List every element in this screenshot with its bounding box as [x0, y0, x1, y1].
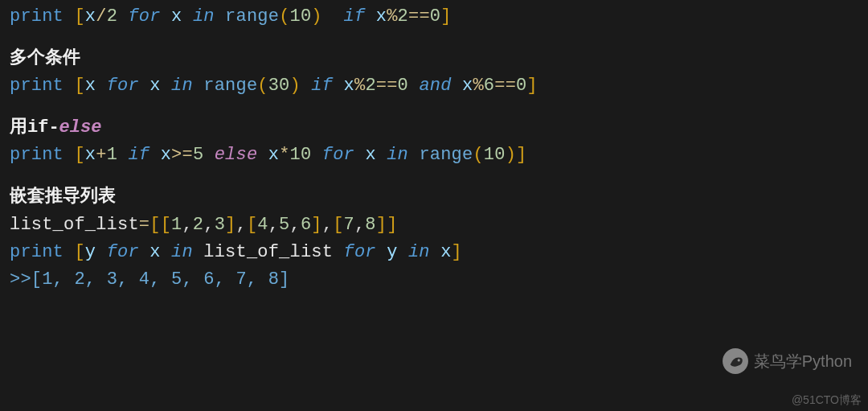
code-line-2: print [x for x in range(30) if x%2==0 an… — [10, 72, 858, 100]
code-block: print [x/2 for x in range(10) if x%2==0]… — [0, 0, 868, 294]
space — [376, 242, 387, 262]
num-6: 6 — [484, 76, 494, 96]
space — [215, 6, 225, 27]
op-div: / — [96, 6, 106, 27]
space — [117, 6, 128, 27]
heading-nested-listcomp: 嵌套推导列表 — [10, 183, 858, 211]
comma: , — [235, 215, 246, 235]
blank-line — [10, 31, 858, 42]
keyword-in: in — [171, 76, 193, 96]
var-x: x — [85, 145, 96, 165]
svg-point-1 — [737, 359, 739, 361]
var-x: x — [85, 6, 96, 27]
op-eq: == — [494, 76, 516, 96]
num-7: 7 — [344, 215, 354, 235]
identifier-list-of-list: list_of_list — [203, 242, 333, 262]
bracket-open: [ — [247, 215, 257, 235]
bracket-close: ] — [526, 76, 537, 96]
heading-if-else: 用if-else — [10, 114, 858, 142]
space — [354, 145, 365, 165]
space — [161, 242, 171, 262]
num-10: 10 — [484, 145, 506, 165]
num-10: 10 — [290, 6, 312, 27]
space — [365, 6, 375, 27]
space — [96, 76, 106, 96]
fn-range: range — [203, 76, 257, 96]
num-2: 2 — [193, 215, 203, 235]
space — [193, 242, 203, 262]
space — [139, 242, 149, 262]
keyword-print: print — [10, 76, 74, 96]
keyword-for: for — [322, 145, 354, 165]
code-output-line: >>[1, 2, 3, 4, 5, 6, 7, 8] — [10, 266, 858, 294]
op-mul: * — [279, 145, 289, 165]
comma: , — [203, 215, 214, 235]
space — [257, 145, 268, 165]
paren-open: ( — [257, 76, 268, 96]
heading-else-italic: else — [59, 117, 102, 138]
space — [161, 76, 171, 96]
keyword-print: print — [10, 242, 74, 262]
num-1: 1 — [107, 145, 117, 165]
var-x: x — [365, 145, 375, 165]
bird-icon — [722, 347, 749, 375]
space — [408, 145, 419, 165]
num-2: 2 — [107, 6, 117, 27]
num-2: 2 — [365, 76, 375, 96]
op-ge: >= — [171, 145, 193, 165]
num-1: 1 — [171, 215, 182, 235]
var-x: x — [85, 76, 96, 96]
space — [96, 242, 106, 262]
space — [376, 145, 387, 165]
comma: , — [354, 215, 365, 235]
var-y: y — [85, 242, 96, 262]
space — [139, 76, 149, 96]
heading-multiple-conditions: 多个条件 — [10, 45, 858, 72]
prompt-chevrons: >> — [10, 269, 31, 290]
paren-close: ) — [506, 145, 516, 165]
identifier-list-of-list: list_of_list — [10, 215, 139, 235]
space — [333, 242, 343, 262]
keyword-in: in — [193, 6, 215, 27]
keyword-for: for — [107, 242, 139, 262]
bracket-close: ] — [440, 6, 451, 27]
space — [452, 76, 462, 96]
watermark-brand-text: 菜鸟学Python — [754, 351, 852, 372]
num-0: 0 — [398, 76, 408, 96]
num-5: 5 — [279, 215, 289, 235]
paren-close: ) — [290, 76, 301, 96]
num-6: 6 — [301, 215, 311, 235]
space — [301, 76, 311, 96]
var-x: x — [440, 242, 451, 262]
var-x: x — [462, 76, 473, 96]
var-x: x — [149, 76, 160, 96]
num-5: 5 — [193, 145, 203, 165]
num-8: 8 — [365, 215, 375, 235]
comma: , — [268, 215, 279, 235]
keyword-and: and — [419, 76, 451, 96]
space — [408, 76, 419, 96]
keyword-if: if — [128, 145, 149, 165]
keyword-print: print — [10, 145, 74, 165]
op-mod: % — [387, 6, 397, 27]
keyword-for: for — [344, 242, 376, 262]
bracket-close: ] — [225, 215, 235, 235]
output-list: [1, 2, 3, 4, 5, 6, 7, 8] — [31, 269, 290, 290]
var-x: x — [171, 6, 182, 27]
space — [117, 145, 128, 165]
bracket-close: ] — [516, 145, 526, 165]
fn-range: range — [225, 6, 279, 27]
space — [322, 6, 344, 27]
var-y: y — [387, 242, 397, 262]
watermark-source: @51CTO博客 — [792, 393, 862, 408]
op-mod: % — [473, 76, 483, 96]
paren-open: ( — [279, 6, 289, 27]
keyword-for: for — [128, 6, 160, 27]
comma: , — [322, 215, 333, 235]
op-mod: % — [354, 76, 365, 96]
space — [430, 242, 440, 262]
op-eq: == — [408, 6, 430, 27]
keyword-in: in — [408, 242, 430, 262]
var-x: x — [149, 242, 160, 262]
keyword-if: if — [344, 6, 366, 27]
